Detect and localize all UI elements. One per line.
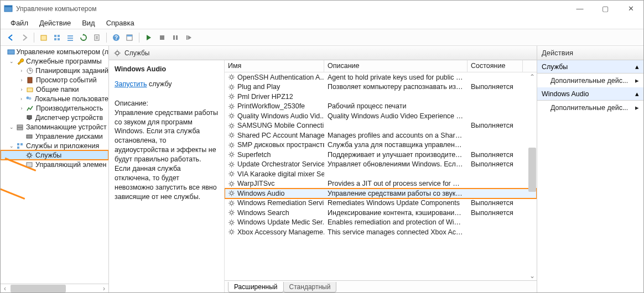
tree-disk-management[interactable]: Управление дисками [1,132,108,141]
service-row[interactable]: Plug and PlayПозволяет компьютеру распоз… [225,82,537,92]
view-details-button[interactable] [64,32,76,44]
col-state[interactable]: Состояние [468,60,523,72]
horizontal-scrollbar[interactable]: ‹ › [1,284,108,292]
tree-local-users[interactable]: › Локальные пользовате [1,94,108,103]
tree-event-viewer[interactable]: › Просмотр событий [1,75,108,85]
svg-point-50 [230,211,233,214]
collapse-icon[interactable]: ⌄ [8,143,15,149]
forward-button[interactable] [18,32,30,44]
service-row[interactable]: WarpJITSvcProvides a JIT out of process … [225,179,537,189]
expand-icon[interactable]: › [18,77,25,83]
gear-icon [228,132,235,139]
scroll-left-icon[interactable]: ‹ [1,285,9,292]
collapse-icon[interactable]: ▴ [635,90,639,98]
tree-device-manager[interactable]: Диспетчер устройств [1,113,108,122]
expand-icon[interactable]: › [18,106,25,111]
pause-service-button[interactable] [169,32,181,44]
tree[interactable]: Управление компьютером (л ⌄ Служебные пр… [1,47,108,169]
gear-icon [228,200,235,207]
svg-point-35 [116,51,119,55]
tree-services-apps[interactable]: ⌄ Службы и приложения [1,141,108,150]
service-row[interactable]: Windows Remediation Servi...Remediates W… [225,198,537,208]
disk-icon [25,132,34,141]
collapse-icon[interactable]: ▴ [635,62,639,71]
scroll-track[interactable] [528,81,537,271]
separator [106,33,107,43]
close-button[interactable]: ✕ [618,1,643,17]
tree-services[interactable]: Службы [1,150,108,160]
stop-service-button[interactable] [156,32,168,44]
service-row[interactable]: Shared PC Account ManagerManages profile… [225,130,537,140]
gear-icon [25,151,34,160]
service-row[interactable]: OpenSSH Authentication A...Agent to hold… [225,72,537,82]
service-row[interactable]: PrintWorkflow_2530feРабочий процесс печа… [225,102,537,112]
tree-task-scheduler[interactable]: › Планировщик заданий [1,66,108,75]
col-name[interactable]: Имя [225,60,324,72]
restart-service-button[interactable] [183,32,195,44]
tree-performance[interactable]: › Производительность [1,103,108,113]
service-row[interactable]: Windows AudioУправление средствами работ… [225,189,537,198]
maximize-button[interactable]: ▢ [593,1,618,17]
app-icon [4,4,13,13]
cell-name: Windows Remediation Servi... [225,199,324,207]
menu-view[interactable]: Вид [76,18,101,28]
svg-rect-14 [127,35,132,36]
service-row[interactable]: Windows Update Medic Ser...Enables remed… [225,218,537,228]
back-button[interactable] [5,32,17,44]
help-button[interactable]: ? [110,32,122,44]
service-row[interactable]: SuperfetchПоддерживает и улучшает произв… [225,150,537,160]
refresh-button[interactable] [77,32,90,44]
tree-root[interactable]: Управление компьютером (л [1,47,108,56]
scroll-thumb[interactable] [528,148,536,192]
service-row[interactable]: Xbox Accessory Manageme...This service m… [225,227,537,237]
menu-help[interactable]: Справка [101,18,140,28]
col-description[interactable]: Описание [324,60,468,72]
scroll-thumb[interactable] [11,285,66,292]
tree-storage[interactable]: ⌄ Запоминающие устройст [1,122,108,132]
tab-extended[interactable]: Расширенный [228,282,284,292]
view-large-button[interactable] [51,32,63,44]
more-actions-services[interactable]: Дополнительные дейс... ▸ [537,74,643,87]
service-row[interactable]: Update Orchestrator ServiceУправляет обн… [225,160,537,170]
start-service-link[interactable]: Запустить [115,80,147,88]
cell-name: Windows Update Medic Ser... [225,218,324,226]
start-service-button[interactable] [143,32,155,44]
collapse-icon[interactable]: ⌄ [8,59,15,64]
svg-point-41 [230,124,233,127]
svg-rect-3 [54,35,56,37]
expand-icon[interactable]: › [18,96,24,102]
tree-system-tools[interactable]: ⌄ Служебные программы [1,56,108,66]
properties-button[interactable] [123,32,136,44]
service-row[interactable]: VIA Karaoke digital mixer Se... [225,169,537,179]
cell-desc: Quality Windows Audio Video Experience (… [324,112,468,120]
list-body[interactable]: OpenSSH Authentication A...Agent to hold… [225,72,537,280]
tree-shared-folders[interactable]: › Общие папки [1,85,108,94]
tab-standard[interactable]: Стандартный [283,282,337,292]
more-actions-windows-audio[interactable]: Дополнительные дейс... ▸ [537,101,643,114]
actions-section-services[interactable]: Службы ▴ [537,60,643,74]
collapse-icon[interactable]: ⌄ [8,124,15,130]
service-row[interactable]: Pml Driver HPZ12 [225,92,537,102]
computer-icon [7,48,15,56]
service-row[interactable]: SMP дисковых пространств...Служба узла д… [225,140,537,150]
cell-state: Выполняется [468,83,523,91]
expand-icon[interactable]: › [18,68,25,74]
service-row[interactable]: SAMSUNG Mobile Connecti...Выполняется [225,121,537,131]
tree-wmi-control[interactable]: Управляющий элемен [1,160,108,169]
separator [139,33,139,43]
expand-icon[interactable]: › [18,87,25,92]
export-button[interactable] [91,32,103,44]
menu-action[interactable]: Действие [34,18,76,28]
actions-section-windows-audio[interactable]: Windows Audio ▴ [537,87,643,101]
service-row[interactable]: Windows SearchИндексирование контента, к… [225,208,537,218]
up-button[interactable] [38,32,50,44]
scroll-up-icon[interactable]: ⌃ [528,72,537,81]
service-row[interactable]: Quality Windows Audio Vid...Quality Wind… [225,111,537,121]
menu-file[interactable]: Файл [5,18,34,28]
scroll-right-icon[interactable]: › [100,285,108,292]
scroll-down-icon[interactable]: ⌄ [528,271,537,280]
minimize-button[interactable]: — [567,1,593,17]
vertical-scrollbar[interactable]: ⌃ ⌄ [528,72,537,280]
svg-rect-4 [58,35,60,37]
separator [34,33,34,43]
